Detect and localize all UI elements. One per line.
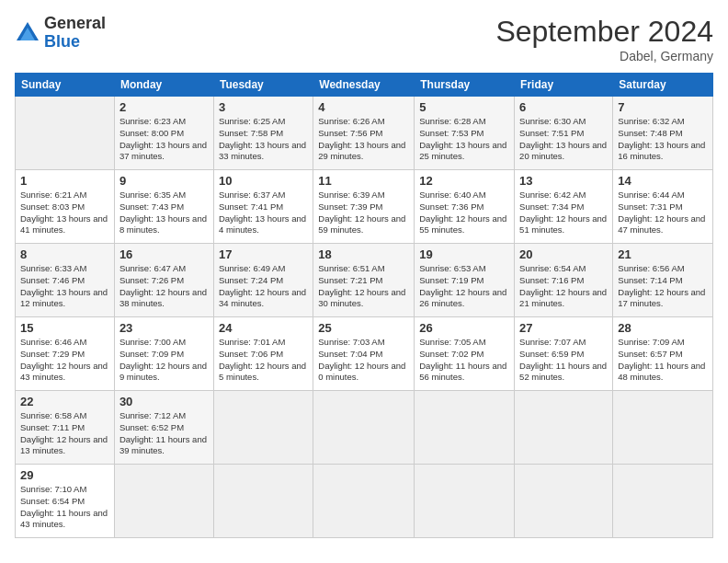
calendar-cell: 7Sunrise: 6:32 AM Sunset: 7:48 PM Daylig… — [613, 97, 713, 170]
logo-blue: Blue — [44, 33, 106, 52]
day-number: 19 — [419, 247, 509, 261]
calendar-header-monday: Monday — [114, 74, 213, 97]
day-info: Sunrise: 7:01 AM Sunset: 7:06 PM Dayligh… — [219, 337, 308, 384]
day-info: Sunrise: 6:37 AM Sunset: 7:41 PM Dayligh… — [219, 190, 308, 236]
calendar-cell — [114, 465, 213, 538]
day-info: Sunrise: 6:21 AM Sunset: 8:03 PM Dayligh… — [20, 190, 109, 236]
day-number: 24 — [219, 321, 308, 335]
day-info: Sunrise: 6:23 AM Sunset: 8:00 PM Dayligh… — [119, 116, 209, 163]
calendar-header-friday: Friday — [515, 74, 613, 97]
calendar-cell — [313, 465, 415, 538]
calendar-cell: 17Sunrise: 6:49 AM Sunset: 7:24 PM Dayli… — [213, 244, 313, 317]
calendar-cell: 29Sunrise: 7:10 AM Sunset: 6:54 PM Dayli… — [16, 465, 115, 538]
calendar-cell — [515, 465, 613, 538]
day-info: Sunrise: 7:00 AM Sunset: 7:09 PM Dayligh… — [119, 337, 209, 384]
calendar-cell — [415, 465, 515, 538]
logo-text: General Blue — [44, 15, 106, 52]
day-info: Sunrise: 6:42 AM Sunset: 7:34 PM Dayligh… — [519, 190, 608, 236]
calendar-header-sunday: Sunday — [16, 74, 115, 97]
day-number: 20 — [519, 247, 608, 261]
calendar-header-tuesday: Tuesday — [213, 74, 313, 97]
calendar-cell: 19Sunrise: 6:53 AM Sunset: 7:19 PM Dayli… — [415, 244, 515, 317]
day-number: 16 — [119, 247, 209, 261]
calendar-cell — [515, 391, 613, 465]
location: Dabel, Germany — [495, 49, 713, 63]
calendar-cell: 26Sunrise: 7:05 AM Sunset: 7:02 PM Dayli… — [415, 317, 515, 391]
calendar-header-saturday: Saturday — [613, 74, 713, 97]
logo: General Blue — [15, 15, 106, 52]
calendar-cell: 20Sunrise: 6:54 AM Sunset: 7:16 PM Dayli… — [515, 244, 613, 317]
calendar-cell: 1Sunrise: 6:21 AM Sunset: 8:03 PM Daylig… — [16, 170, 115, 244]
day-info: Sunrise: 6:56 AM Sunset: 7:14 PM Dayligh… — [618, 263, 708, 310]
calendar-cell: 12Sunrise: 6:40 AM Sunset: 7:36 PM Dayli… — [415, 170, 515, 244]
calendar-week-2: 8Sunrise: 6:33 AM Sunset: 7:46 PM Daylig… — [16, 244, 713, 317]
calendar-cell — [213, 391, 313, 465]
day-info: Sunrise: 6:26 AM Sunset: 7:56 PM Dayligh… — [318, 116, 409, 163]
day-info: Sunrise: 6:28 AM Sunset: 7:53 PM Dayligh… — [419, 116, 509, 163]
day-info: Sunrise: 7:07 AM Sunset: 6:59 PM Dayligh… — [519, 337, 608, 384]
calendar-cell: 23Sunrise: 7:00 AM Sunset: 7:09 PM Dayli… — [114, 317, 213, 391]
header: General Blue September 2024 Dabel, Germa… — [15, 15, 713, 63]
day-info: Sunrise: 7:12 AM Sunset: 6:52 PM Dayligh… — [119, 410, 209, 457]
day-info: Sunrise: 6:32 AM Sunset: 7:48 PM Dayligh… — [618, 116, 708, 163]
day-info: Sunrise: 6:46 AM Sunset: 7:29 PM Dayligh… — [20, 337, 109, 384]
day-info: Sunrise: 6:40 AM Sunset: 7:36 PM Dayligh… — [419, 190, 509, 236]
calendar-cell: 15Sunrise: 6:46 AM Sunset: 7:29 PM Dayli… — [16, 317, 115, 391]
day-info: Sunrise: 6:44 AM Sunset: 7:31 PM Dayligh… — [618, 190, 708, 236]
calendar-cell — [313, 391, 415, 465]
calendar-header-row: SundayMondayTuesdayWednesdayThursdayFrid… — [16, 74, 713, 97]
day-number: 7 — [618, 100, 708, 114]
day-number: 29 — [20, 468, 109, 482]
day-number: 2 — [119, 100, 209, 114]
calendar-cell: 9Sunrise: 6:35 AM Sunset: 7:43 PM Daylig… — [114, 170, 213, 244]
day-number: 4 — [318, 100, 409, 114]
day-number: 23 — [119, 321, 209, 335]
day-number: 11 — [318, 174, 409, 188]
day-number: 18 — [318, 247, 409, 261]
logo-icon — [15, 20, 40, 46]
calendar-cell: 4Sunrise: 6:26 AM Sunset: 7:56 PM Daylig… — [313, 97, 415, 170]
calendar-cell — [16, 97, 115, 170]
day-number: 1 — [20, 174, 109, 188]
calendar-table: SundayMondayTuesdayWednesdayThursdayFrid… — [15, 73, 713, 538]
day-info: Sunrise: 7:10 AM Sunset: 6:54 PM Dayligh… — [20, 484, 109, 531]
day-number: 6 — [519, 100, 608, 114]
calendar-week-5: 29Sunrise: 7:10 AM Sunset: 6:54 PM Dayli… — [16, 465, 713, 538]
day-info: Sunrise: 6:53 AM Sunset: 7:19 PM Dayligh… — [419, 263, 509, 310]
calendar-cell — [613, 391, 713, 465]
day-number: 13 — [519, 174, 608, 188]
day-info: Sunrise: 6:25 AM Sunset: 7:58 PM Dayligh… — [219, 116, 308, 163]
calendar-cell — [613, 465, 713, 538]
day-number: 14 — [618, 174, 708, 188]
calendar-week-3: 15Sunrise: 6:46 AM Sunset: 7:29 PM Dayli… — [16, 317, 713, 391]
day-number: 12 — [419, 174, 509, 188]
day-info: Sunrise: 6:49 AM Sunset: 7:24 PM Dayligh… — [219, 263, 308, 310]
day-number: 9 — [119, 174, 209, 188]
calendar-cell: 25Sunrise: 7:03 AM Sunset: 7:04 PM Dayli… — [313, 317, 415, 391]
day-info: Sunrise: 6:51 AM Sunset: 7:21 PM Dayligh… — [318, 263, 409, 310]
calendar-cell — [213, 465, 313, 538]
day-info: Sunrise: 7:05 AM Sunset: 7:02 PM Dayligh… — [419, 337, 509, 384]
day-number: 22 — [20, 395, 109, 408]
day-number: 28 — [618, 321, 708, 335]
day-info: Sunrise: 6:35 AM Sunset: 7:43 PM Dayligh… — [119, 190, 209, 236]
logo-general: General — [44, 15, 106, 33]
day-number: 15 — [20, 321, 109, 335]
day-number: 3 — [219, 100, 308, 114]
month-title: September 2024 — [495, 15, 713, 49]
calendar-week-0: 2Sunrise: 6:23 AM Sunset: 8:00 PM Daylig… — [16, 97, 713, 170]
calendar-cell: 24Sunrise: 7:01 AM Sunset: 7:06 PM Dayli… — [213, 317, 313, 391]
calendar-cell: 11Sunrise: 6:39 AM Sunset: 7:39 PM Dayli… — [313, 170, 415, 244]
calendar-week-4: 22Sunrise: 6:58 AM Sunset: 7:11 PM Dayli… — [16, 391, 713, 465]
day-number: 21 — [618, 247, 708, 261]
calendar-cell: 3Sunrise: 6:25 AM Sunset: 7:58 PM Daylig… — [213, 97, 313, 170]
calendar-cell: 16Sunrise: 6:47 AM Sunset: 7:26 PM Dayli… — [114, 244, 213, 317]
day-number: 10 — [219, 174, 308, 188]
calendar-cell: 13Sunrise: 6:42 AM Sunset: 7:34 PM Dayli… — [515, 170, 613, 244]
day-info: Sunrise: 7:09 AM Sunset: 6:57 PM Dayligh… — [618, 337, 708, 384]
calendar-cell: 27Sunrise: 7:07 AM Sunset: 6:59 PM Dayli… — [515, 317, 613, 391]
day-info: Sunrise: 6:58 AM Sunset: 7:11 PM Dayligh… — [20, 410, 109, 457]
calendar-header-wednesday: Wednesday — [313, 74, 415, 97]
calendar-week-1: 1Sunrise: 6:21 AM Sunset: 8:03 PM Daylig… — [16, 170, 713, 244]
day-number: 26 — [419, 321, 509, 335]
